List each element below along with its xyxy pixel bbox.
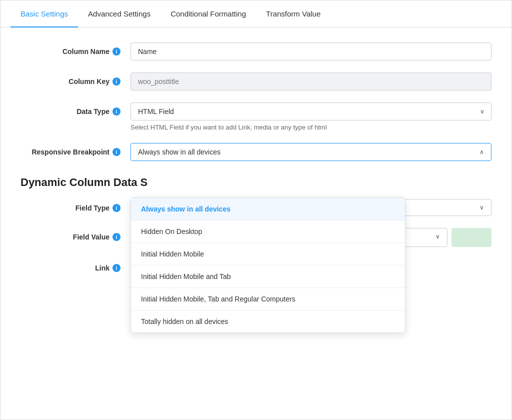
- responsive-breakpoint-row: Responsive Breakpoint i Always show in a…: [20, 143, 492, 161]
- dropdown-option-2[interactable]: Initial Hidden Mobile: [131, 243, 405, 266]
- column-name-row: Column Name i: [20, 42, 492, 60]
- tab-transform-value[interactable]: Transform Value: [256, 0, 330, 27]
- responsive-breakpoint-label: Responsive Breakpoint i: [20, 143, 130, 156]
- field-value-label: Field Value i: [20, 228, 130, 241]
- data-type-info-icon[interactable]: i: [112, 108, 120, 116]
- responsive-breakpoint-value: Always show in all devices: [138, 148, 220, 156]
- column-key-label: Column Key i: [20, 72, 130, 86]
- responsive-breakpoint-info-icon[interactable]: i: [112, 148, 120, 156]
- field-type-label: Field Type i: [20, 199, 130, 212]
- dropdown-option-0[interactable]: Always show in all devices: [131, 198, 405, 220]
- dropdown-option-3[interactable]: Initial Hidden Mobile and Tab: [131, 266, 405, 288]
- column-name-info-icon[interactable]: i: [112, 48, 120, 56]
- data-type-label: Data Type i: [20, 102, 130, 116]
- field-value-info-icon[interactable]: i: [112, 233, 120, 241]
- data-type-select-wrap: HTML Field Text Field Image ∨: [130, 102, 492, 120]
- responsive-breakpoint-select-wrap[interactable]: Always show in all devices ∧: [130, 143, 492, 161]
- responsive-breakpoint-chevron-icon: ∧: [480, 148, 484, 156]
- column-name-control: [130, 42, 492, 60]
- field-value-color-indicator: [452, 228, 492, 247]
- dropdown-option-1[interactable]: Hidden On Desktop: [131, 220, 405, 243]
- column-key-control: [130, 72, 492, 90]
- link-label: Link i: [20, 259, 130, 272]
- link-info-icon[interactable]: i: [112, 264, 120, 272]
- field-type-chevron-icon: ∨: [480, 204, 484, 211]
- dropdown-option-5[interactable]: Totally hidden on all devices: [131, 310, 405, 332]
- dropdown-option-4[interactable]: Initial Hidden Mobile, Tab and Regular C…: [131, 288, 405, 310]
- column-name-input[interactable]: [130, 42, 492, 60]
- data-type-row: Data Type i HTML Field Text Field Image …: [20, 102, 492, 131]
- column-key-row: Column Key i: [20, 72, 492, 90]
- field-type-info-icon[interactable]: i: [112, 204, 120, 212]
- dynamic-column-section-heading: Dynamic Column Data S: [20, 173, 492, 189]
- responsive-breakpoint-dropdown: Always show in all devices Hidden On Des…: [130, 198, 406, 333]
- tab-advanced-settings[interactable]: Advanced Settings: [78, 0, 160, 27]
- column-key-input: [130, 72, 492, 90]
- column-name-label: Column Name i: [20, 42, 130, 56]
- settings-panel: Basic Settings Advanced Settings Conditi…: [0, 0, 512, 420]
- data-type-control: HTML Field Text Field Image ∨ Select HTM…: [130, 102, 492, 131]
- field-value-chevron-icon: ∨: [436, 233, 440, 242]
- data-type-hint: Select HTML Field if you want to add Lin…: [130, 124, 492, 131]
- column-key-info-icon[interactable]: i: [112, 78, 120, 86]
- tab-conditional-formatting[interactable]: Conditional Formatting: [160, 0, 256, 27]
- responsive-breakpoint-control: Always show in all devices ∧: [130, 143, 492, 161]
- data-type-select[interactable]: HTML Field Text Field Image: [130, 102, 492, 120]
- tabs-bar: Basic Settings Advanced Settings Conditi…: [0, 0, 512, 28]
- tab-basic-settings[interactable]: Basic Settings: [10, 0, 78, 27]
